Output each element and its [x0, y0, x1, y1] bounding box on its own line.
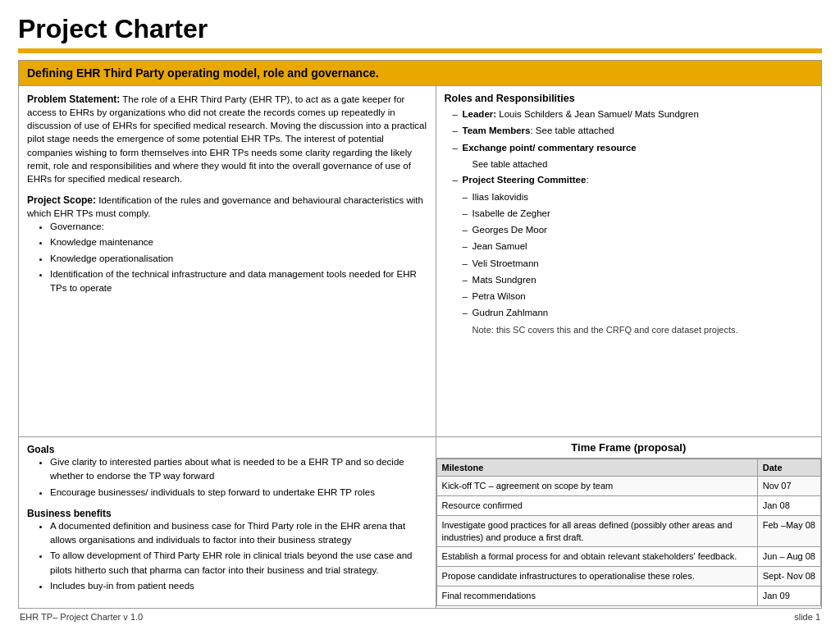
list-item: See table attached [453, 158, 813, 171]
goals-section: Goals Give clarity to interested parties… [27, 444, 427, 500]
problem-statement-section: Problem Statement: The role of a EHR Thi… [27, 93, 427, 185]
list-item: Encourage businesses/ individuals to ste… [50, 486, 427, 500]
list-item: Team Members: See table attached [453, 124, 813, 138]
list-item: Georges De Moor [453, 223, 813, 237]
milestone-cell: Resource confirmed [436, 495, 757, 515]
content-area: Problem Statement: The role of a EHR Thi… [19, 86, 821, 436]
problem-statement-text: The role of a EHR Third Party (EHR TP), … [27, 94, 427, 184]
col-date: Date [757, 459, 820, 477]
goals-title: Goals [27, 444, 427, 455]
roles-title: Roles and Responsibilities [445, 93, 813, 104]
list-item: Isabelle de Zegher [453, 207, 813, 221]
milestone-cell: Final recommendations [436, 587, 757, 606]
table-row: Propose candidate infrastructures to ope… [436, 567, 820, 587]
benefits-title: Business benefits [27, 508, 427, 519]
project-scope-label: Project Scope: [27, 194, 96, 206]
list-item: Governance: [50, 220, 427, 234]
page-title: Project Charter [18, 15, 822, 43]
list-item: Leader: Louis Schilders & Jean Samuel/ M… [453, 107, 813, 121]
list-item: Mats Sundgren [453, 273, 813, 287]
milestone-cell: Establish a formal process for and obtai… [436, 547, 757, 567]
col-milestone: Milestone [436, 459, 757, 477]
milestone-cell: Propose candidate infrastructures to ope… [436, 567, 757, 587]
project-scope-section: Project Scope: Identification of the rul… [27, 194, 427, 297]
list-item: Give clarity to interested parties about… [50, 455, 427, 484]
table-row: Establish a formal process for and obtai… [436, 547, 820, 567]
milestone-tbody: Kick-off TC – agreement on scope by team… [436, 477, 820, 606]
date-cell: Jun – Aug 08 [757, 547, 820, 567]
title-area: Project Charter [18, 15, 822, 43]
main-box: Defining EHR Third Party operating model… [18, 60, 822, 609]
roles-list: Leader: Louis Schilders & Jean Samuel/ M… [453, 107, 813, 339]
table-row: Investigate good practices for all areas… [436, 515, 820, 547]
scope-bullet-list: Governance:Knowledge maintenanceKnowledg… [50, 220, 427, 295]
date-cell: Sept- Nov 08 [757, 567, 820, 587]
list-item: Includes buy-in from patient needs [50, 579, 427, 593]
problem-statement-label: Problem Statement: [27, 94, 120, 105]
list-item: Veli Stroetmann [453, 257, 813, 271]
lower-right-col: Time Frame (proposal) Milestone Date Kic… [436, 437, 821, 608]
date-cell: Jan 08 [757, 495, 820, 515]
table-row: Final recommendationsJan 09 [436, 587, 820, 606]
page: Project Charter Defining EHR Third Party… [0, 0, 840, 630]
lower-left-col: Goals Give clarity to interested parties… [19, 437, 436, 608]
table-row: Kick-off TC – agreement on scope by team… [436, 477, 820, 496]
list-item: To allow development of Third Party EHR … [50, 549, 427, 578]
right-upper-col: Roles and Responsibilities Leader: Louis… [436, 86, 821, 436]
goals-list: Give clarity to interested parties about… [50, 455, 427, 500]
list-item: Ilias Iakovidis [453, 190, 813, 204]
list-item: Identification of the technical infrastr… [50, 267, 427, 296]
footer-right: slide 1 [794, 612, 820, 622]
gold-bar [18, 48, 822, 53]
footer: EHR TP– Project Charter v 1.0 slide 1 [18, 609, 822, 622]
list-item: A documented definition and business cas… [50, 519, 427, 548]
list-item: Knowledge maintenance [50, 235, 427, 249]
list-item: Petra Wilson [453, 290, 813, 304]
list-item: Knowledge operationalisation [50, 252, 427, 266]
charter-header: Defining EHR Third Party operating model… [19, 61, 821, 86]
timeframe-title: Time Frame (proposal) [436, 437, 821, 459]
list-item: Note: this SC covers this and the CRFQ a… [453, 323, 813, 337]
header-label: Defining EHR Third Party operating model… [27, 66, 379, 80]
list-item: Jean Samuel [453, 240, 813, 253]
lower-area: Goals Give clarity to interested parties… [19, 436, 821, 608]
milestone-cell: Kick-off TC – agreement on scope by team [436, 477, 757, 496]
milestone-cell: Investigate good practices for all areas… [436, 515, 757, 547]
table-row: Resource confirmedJan 08 [436, 495, 820, 515]
date-cell: Feb –May 08 [757, 515, 820, 547]
milestone-table: Milestone Date Kick-off TC – agreement o… [436, 459, 821, 606]
list-item: Gudrun Zahlmann [453, 306, 813, 320]
date-cell: Jan 09 [757, 587, 820, 606]
list-item: Exchange point/ commentary resource [453, 141, 813, 155]
footer-left: EHR TP– Project Charter v 1.0 [20, 612, 143, 622]
list-item: Project Steering Committee: [453, 173, 813, 187]
date-cell: Nov 07 [757, 477, 820, 496]
left-upper-col: Problem Statement: The role of a EHR Thi… [19, 86, 436, 436]
benefits-list: A documented definition and business cas… [50, 519, 427, 593]
benefits-section: Business benefits A documented definitio… [27, 508, 427, 593]
